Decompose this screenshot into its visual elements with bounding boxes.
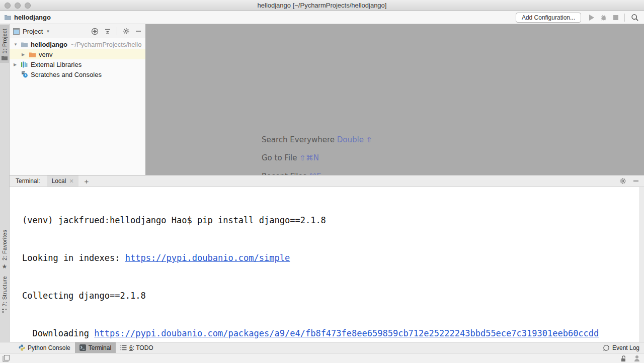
terminal-line: (venv) jackfrued:hellodjango Hao$ pip in… (22, 214, 644, 227)
search-everywhere-icon[interactable] (631, 14, 639, 22)
breadcrumb-project-name: hellodjango (14, 14, 51, 21)
terminal-button-label: Terminal (89, 344, 111, 351)
pycharm-window: hellodjango [~/PycharmProjects/hellodjan… (0, 0, 644, 363)
terminal-scrollbar[interactable] (639, 187, 644, 342)
python-console-button[interactable]: Python Console (14, 342, 75, 353)
event-log-balloon-icon (603, 344, 610, 351)
add-configuration-button[interactable]: Add Configuration... (516, 13, 581, 23)
expand-arrow-icon[interactable]: ▶ (22, 52, 28, 57)
terminal-line: Downloading https://pypi.doubanio.com/pa… (22, 327, 644, 340)
main-toolbar: hellodjango Add Configuration... (0, 11, 644, 24)
close-icon[interactable]: ✕ (69, 178, 73, 185)
project-panel-header: Project ▼ (10, 24, 145, 38)
terminal-icon (79, 344, 86, 351)
hint-search-everywhere: Search Everywhere Double ⇧ (262, 135, 372, 144)
python-icon (19, 344, 25, 351)
project-tool-folder-icon (2, 55, 8, 60)
stripe-tab-project[interactable]: 1: Project (0, 25, 9, 63)
inspection-profile-icon[interactable] (634, 355, 640, 362)
window-title: hellodjango [~/PycharmProjects/hellodjan… (258, 2, 387, 9)
terminal-header: Terminal: Local ✕ + (10, 175, 644, 187)
terminal-tool-window: Terminal: Local ✕ + (10, 175, 644, 342)
stripe-tab-structure-label: 7: Structure (2, 276, 8, 306)
hide-panel-icon[interactable] (135, 28, 141, 34)
todo-button[interactable]: 6: TODO (116, 342, 158, 353)
add-configuration-label: Add Configuration... (522, 14, 575, 21)
folder-icon (20, 40, 28, 48)
libraries-icon (20, 60, 28, 68)
hint-shortcut: ⇧⌘N (299, 153, 319, 162)
project-tool-window: Project ▼ (10, 24, 145, 175)
hint-label: Go to File (262, 153, 299, 162)
tree-row-external-libraries[interactable]: ▶ External Libraries (10, 59, 145, 69)
project-tree: ▼ hellodjango ~/PycharmProjects/hello ▶ (10, 38, 145, 79)
left-tool-stripe: 1: Project 2: Favorites ★ 7: Structure (0, 24, 10, 342)
terminal-tab-label: Local (52, 177, 66, 185)
tree-item-path: ~/PycharmProjects/hello (71, 41, 142, 48)
traffic-lights (5, 3, 31, 9)
project-folder-icon (4, 14, 12, 21)
terminal-line: Looking in indexes: https://pypi.doubani… (22, 252, 644, 264)
tree-row-venv[interactable]: ▶ venv (10, 49, 145, 59)
structure-icon (2, 308, 7, 313)
todo-label: 6: TODO (129, 344, 153, 351)
terminal-button[interactable]: Terminal (75, 342, 116, 353)
locate-file-icon[interactable] (91, 28, 99, 35)
folder-icon-orange (28, 50, 36, 58)
terminal-line: Collecting django==2.1.8 (22, 290, 644, 302)
project-view-icon (13, 28, 20, 35)
tree-row-hellodjango[interactable]: ▼ hellodjango ~/PycharmProjects/hello (10, 39, 145, 49)
breadcrumb[interactable]: hellodjango (4, 14, 51, 21)
toolbar-divider (624, 14, 625, 22)
hint-recent-files: Recent Files ⌘E (262, 172, 321, 175)
star-icon: ★ (2, 263, 8, 270)
hint-go-to-file: Go to File ⇧⌘N (262, 153, 319, 162)
tree-row-scratches[interactable]: Scratches and Consoles (10, 69, 145, 79)
expand-arrow-icon[interactable]: ▶ (14, 62, 20, 67)
tree-item-label: venv (39, 51, 52, 58)
event-log-button[interactable]: Event Log (598, 342, 644, 353)
hide-terminal-icon[interactable] (633, 178, 639, 184)
stripe-tab-favorites-label: 2: Favorites (2, 230, 8, 260)
tree-item-label: hellodjango (31, 41, 67, 48)
zoom-window-button[interactable] (25, 3, 31, 9)
python-console-label: Python Console (28, 344, 70, 351)
terminal-label: Terminal: (16, 177, 40, 185)
debug-bug-icon[interactable] (600, 14, 607, 21)
collapse-arrow-icon[interactable]: ▼ (14, 42, 20, 47)
terminal-link[interactable]: https://pypi.doubanio.com/simple (125, 253, 290, 263)
run-icon[interactable] (589, 15, 594, 21)
event-log-label: Event Log (612, 344, 639, 351)
stop-icon[interactable] (613, 15, 618, 20)
window-titlebar: hellodjango [~/PycharmProjects/hellodjan… (0, 0, 644, 11)
tool-window-switcher-icon[interactable] (3, 355, 10, 362)
stripe-tab-favorites[interactable]: 2: Favorites ★ (0, 226, 9, 272)
stripe-tab-structure[interactable]: 7: Structure (0, 273, 9, 316)
scratches-icon (20, 70, 28, 78)
tool-window-bar: Python Console Terminal 6: TODO Event Lo… (0, 342, 644, 353)
gear-icon[interactable] (123, 28, 130, 35)
terminal-output[interactable]: (venv) jackfrued:hellodjango Hao$ pip in… (10, 187, 644, 342)
terminal-settings-gear-icon[interactable] (619, 177, 626, 185)
chevron-down-icon: ▼ (46, 29, 50, 34)
panel-header-divider (117, 27, 117, 35)
hint-label: Search Everywhere (262, 135, 337, 144)
tree-item-label: Scratches and Consoles (31, 71, 102, 78)
editor-area: Search Everywhere Double ⇧ Go to File ⇧⌘… (145, 24, 644, 175)
stripe-tab-project-label: 1: Project (2, 29, 8, 53)
project-panel-title[interactable]: Project (23, 28, 43, 35)
tree-item-label: External Libraries (31, 61, 82, 68)
hint-label: Recent Files (262, 172, 309, 175)
unlocked-padlock-icon[interactable] (620, 355, 627, 362)
hint-shortcut: ⌘E (309, 172, 321, 175)
close-window-button[interactable] (5, 3, 11, 9)
terminal-tab-local[interactable]: Local ✕ (47, 175, 78, 187)
status-bar (0, 353, 644, 363)
collapse-all-icon[interactable] (104, 28, 111, 35)
minimize-window-button[interactable] (15, 3, 21, 9)
hint-shortcut: Double ⇧ (337, 135, 373, 144)
terminal-link[interactable]: https://pypi.doubanio.com/packages/a9/e4… (94, 328, 599, 338)
new-terminal-session-button[interactable]: + (85, 177, 89, 186)
todo-list-icon (120, 345, 127, 350)
